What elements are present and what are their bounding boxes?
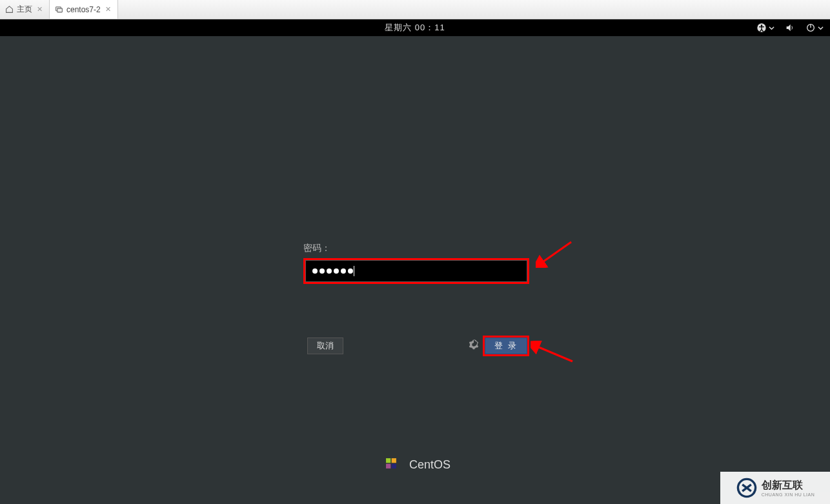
accessibility-menu[interactable] xyxy=(756,23,774,33)
desktop: 星期六 00：11 密码： 取消 xyxy=(0,19,830,504)
login-highlight: 登 录 xyxy=(483,336,529,356)
svg-rect-1 xyxy=(57,8,63,12)
session-gear-button[interactable] xyxy=(469,339,479,352)
text-cursor xyxy=(354,266,354,276)
volume-button[interactable] xyxy=(785,23,795,33)
accessibility-icon xyxy=(756,23,767,33)
password-dots xyxy=(312,268,353,274)
chevron-down-icon xyxy=(769,25,774,31)
vm-icon xyxy=(55,5,63,14)
tab-home[interactable]: 主页 ✕ xyxy=(0,0,50,19)
watermark-sub: CHUANG XIN HU LIAN xyxy=(762,492,815,497)
watermark-logo-icon xyxy=(736,477,758,499)
cancel-button[interactable]: 取消 xyxy=(307,338,343,354)
tab-bar: 主页 ✕ centos7-2 ✕ xyxy=(0,0,830,19)
svg-line-7 xyxy=(536,346,572,361)
centos-footer: CentOS xyxy=(380,452,450,478)
close-icon[interactable]: ✕ xyxy=(104,5,112,14)
tab-home-label: 主页 xyxy=(17,4,32,15)
watermark: 创新互联 CHUANG XIN HU LIAN xyxy=(720,472,830,504)
tab-vm-label: centos7-2 xyxy=(66,5,101,14)
chevron-down-icon xyxy=(818,25,824,31)
close-icon[interactable]: ✕ xyxy=(35,5,44,14)
power-menu[interactable] xyxy=(805,23,824,33)
topbar-datetime: 星期六 00：11 xyxy=(385,22,445,34)
tab-vm[interactable]: centos7-2 ✕ xyxy=(50,0,118,19)
password-label: 密码： xyxy=(303,243,529,254)
svg-point-3 xyxy=(761,25,763,26)
watermark-brand: 创新互联 xyxy=(762,479,803,490)
topbar: 星期六 00：11 xyxy=(0,19,830,36)
svg-line-6 xyxy=(541,242,571,263)
topbar-right xyxy=(756,19,824,36)
volume-icon xyxy=(785,23,795,33)
annotation-arrow xyxy=(536,239,574,268)
password-input[interactable] xyxy=(305,260,527,282)
login-button[interactable]: 登 录 xyxy=(485,338,527,354)
password-highlight xyxy=(303,258,529,284)
power-icon xyxy=(805,23,816,33)
login-area: 密码： xyxy=(303,243,529,284)
button-row: 取消 登 录 xyxy=(307,336,529,356)
annotation-arrow xyxy=(531,341,576,367)
centos-label: CentOS xyxy=(409,458,450,472)
gear-icon xyxy=(469,339,479,350)
home-icon xyxy=(5,5,14,14)
centos-logo-icon xyxy=(380,452,403,478)
